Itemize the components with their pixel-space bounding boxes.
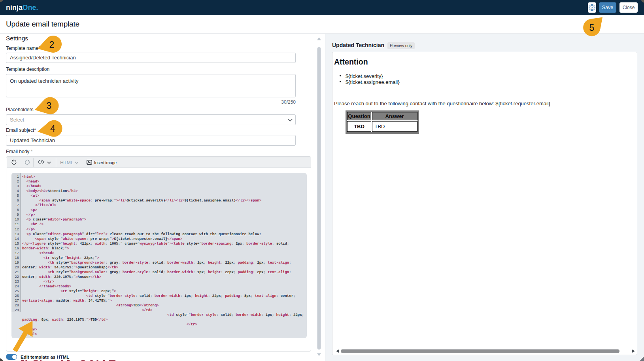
svg-text:?: ? — [591, 6, 593, 9]
